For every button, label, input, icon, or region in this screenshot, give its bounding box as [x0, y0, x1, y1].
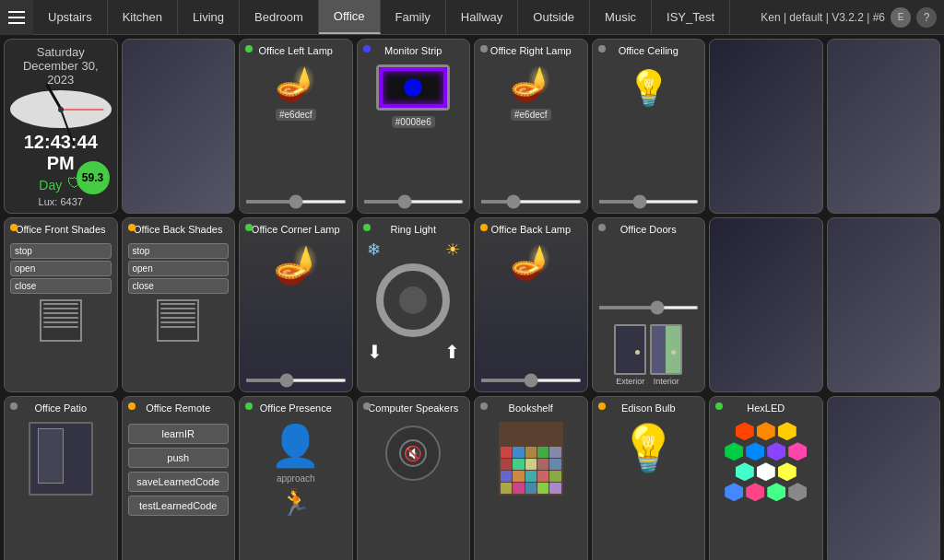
right-lamp-slider-container: [480, 191, 582, 207]
hex-8[interactable]: [736, 462, 754, 481]
hex-3[interactable]: [778, 422, 796, 440]
left-lamp-slider[interactable]: [245, 200, 347, 204]
hex-14[interactable]: [788, 483, 807, 501]
right-lamp-icon: 🪔: [510, 64, 551, 103]
hex-2[interactable]: [757, 422, 775, 440]
cold-icon[interactable]: ❄: [367, 239, 381, 260]
presence-title: Office Presence: [260, 402, 332, 414]
tab-office[interactable]: Office: [319, 0, 381, 34]
hex-1[interactable]: [736, 422, 754, 440]
office-front-shades-card: Office Front Shades stop open close: [4, 217, 118, 392]
status-dot-remote: [128, 402, 136, 410]
office-doors-card: Office Doors Exterior Interior: [592, 217, 706, 392]
ring-temp-controls: ❄ ☀: [363, 239, 465, 260]
ceiling-icon: 💡: [627, 68, 670, 109]
tab-living[interactable]: Living: [178, 0, 240, 34]
hex-13[interactable]: [767, 483, 785, 501]
tab-music[interactable]: Music: [590, 0, 652, 34]
monitor-color: #0008e6: [392, 116, 435, 128]
mute-button[interactable]: 🔇: [385, 426, 441, 481]
hex-7[interactable]: [788, 442, 807, 461]
status-dot-presence: [245, 402, 253, 410]
back-lamp-slider[interactable]: [480, 379, 582, 382]
monitor-center-dot: [404, 78, 422, 97]
status-dot-bookshelf: [480, 402, 488, 410]
row3-extra: [827, 396, 941, 560]
back-shades-close-btn[interactable]: close: [128, 278, 230, 294]
status-dot-ring: [363, 224, 371, 231]
patio-title: Office Patio: [34, 402, 87, 414]
remote-learnir-btn[interactable]: learnIR: [128, 424, 230, 444]
lux-display: Lux: 6437: [39, 196, 83, 207]
clock-day-label: Day: [39, 178, 62, 192]
mute-icon: 🔇: [398, 438, 428, 468]
speakers-title: Computer Speakers: [368, 402, 458, 414]
back-shades-open-btn[interactable]: open: [128, 261, 230, 276]
monitor-slider[interactable]: [363, 200, 465, 204]
monitor-icon: [376, 64, 450, 111]
ceiling-slider-container: [598, 191, 700, 207]
corner-lamp-icon: 🪔: [273, 243, 319, 286]
edison-bulb-card: Edison Bulb 💡: [592, 396, 706, 560]
status-dot-patio: [10, 402, 18, 410]
tab-hallway[interactable]: Hallway: [446, 0, 519, 34]
back-lamp-title: Office Back Lamp: [490, 224, 571, 236]
tab-outside[interactable]: Outside: [518, 0, 590, 34]
office-right-lamp-card: Office Right Lamp 🪔 #e6decf: [474, 39, 588, 214]
status-dot-back-shades: [128, 224, 136, 231]
remote-savecode-btn[interactable]: saveLearnedCode: [128, 472, 230, 492]
hex-9[interactable]: [757, 462, 775, 481]
corner-lamp-slider[interactable]: [245, 379, 347, 382]
ring-light-visual: [376, 263, 450, 337]
right-lamp-slider[interactable]: [480, 200, 582, 204]
user-icon[interactable]: E: [891, 7, 911, 28]
ceiling-slider[interactable]: [598, 200, 700, 204]
menu-button[interactable]: [0, 0, 33, 35]
back-shades-visual: [157, 299, 199, 342]
hex-5[interactable]: [746, 442, 764, 461]
front-shades-visual: [40, 299, 82, 342]
status-dot-ceiling: [598, 45, 606, 52]
hex-6[interactable]: [767, 442, 785, 461]
help-icon[interactable]: ?: [916, 7, 937, 28]
lux-badge: 59.3: [77, 161, 110, 194]
exterior-door-icon: [614, 324, 646, 375]
office-remote-card: Office Remote learnIR push saveLearnedCo…: [122, 396, 236, 560]
warm-icon[interactable]: ☀: [445, 239, 460, 260]
doors-container: Exterior Interior: [598, 324, 700, 386]
front-shades-open-btn[interactable]: open: [10, 261, 112, 276]
doors-title: Office Doors: [620, 224, 677, 236]
bulb-icon: 💡: [620, 422, 677, 475]
status-dot-bulb: [598, 402, 606, 410]
doors-slider-container: [598, 297, 700, 313]
tab-bedroom[interactable]: Bedroom: [240, 0, 319, 34]
tab-upstairs[interactable]: Upstairs: [33, 0, 108, 34]
hex-4[interactable]: [725, 442, 743, 461]
ring-center-button[interactable]: [399, 286, 427, 314]
interior-door-group: Interior: [650, 324, 682, 386]
remote-push-btn[interactable]: push: [128, 448, 230, 468]
exterior-door-group: Exterior: [614, 324, 646, 386]
ring-up-icon[interactable]: ⬆: [444, 341, 460, 363]
status-dot-back-lamp: [480, 224, 488, 231]
tab-kitchen[interactable]: Kitchen: [108, 0, 178, 34]
clock-date: Saturday: [37, 45, 85, 59]
user-info-text: Ken | default | V3.2.2 | #6: [761, 11, 885, 24]
bookshelf-title: Bookshelf: [509, 402, 553, 414]
hex-10[interactable]: [778, 462, 796, 481]
scene-extra2: [827, 39, 941, 214]
office-back-shades-card: Office Back Shades stop open close: [122, 217, 236, 392]
back-shades-controls: stop open close: [128, 243, 230, 294]
status-dot-hexled: [715, 402, 723, 410]
back-shades-stop-btn[interactable]: stop: [128, 243, 230, 259]
tab-family[interactable]: Family: [381, 0, 446, 34]
hex-12[interactable]: [746, 483, 764, 501]
ring-down-icon[interactable]: ⬇: [367, 341, 383, 363]
analog-clock: [10, 90, 112, 128]
remote-testcode-btn[interactable]: testLearnedCode: [128, 496, 230, 516]
hex-11[interactable]: [725, 483, 743, 501]
front-shades-close-btn[interactable]: close: [10, 278, 112, 294]
doors-slider[interactable]: [598, 306, 700, 309]
tab-isy-test[interactable]: ISY_Test: [652, 0, 730, 34]
front-shades-stop-btn[interactable]: stop: [10, 243, 112, 259]
